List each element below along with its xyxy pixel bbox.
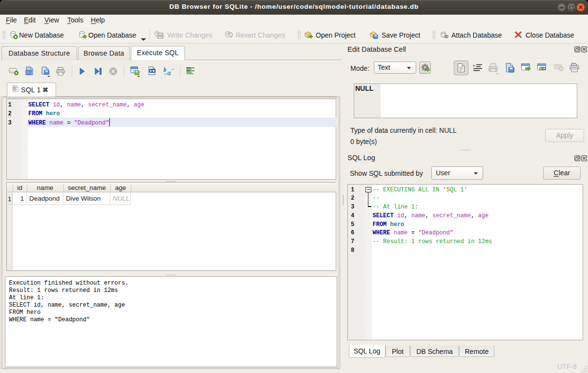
svg-text:a: a [167,69,171,77]
svg-text:b: b [163,66,166,73]
